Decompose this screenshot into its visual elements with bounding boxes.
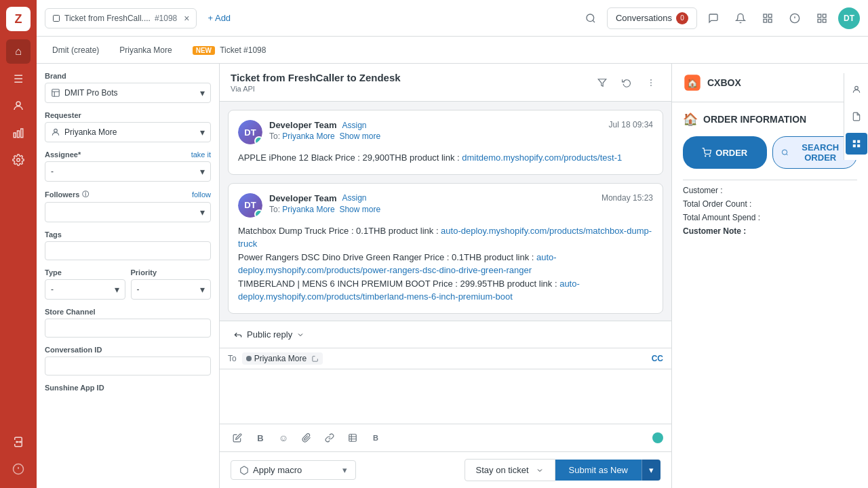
svg-rect-31 xyxy=(857,140,860,143)
content-area: Brand DMIT Pro Bots ▾ Requester Priyanka… xyxy=(37,64,868,488)
customer-field: Customer : xyxy=(683,186,857,195)
svg-point-28 xyxy=(782,150,787,155)
nav-reports[interactable] xyxy=(6,121,31,145)
svg-rect-15 xyxy=(823,14,826,18)
message-card-2: DT Developer Team Assign To: Priyanka Mo… xyxy=(228,183,663,314)
order-info-title: 🏠 ORDER INFORMATION xyxy=(683,112,857,127)
macro-button[interactable]: Apply macro ▾ xyxy=(231,460,356,480)
add-tab-button[interactable]: + Add xyxy=(202,10,236,26)
user-icon-strip-button[interactable] xyxy=(846,79,867,100)
nav-home[interactable]: ⌂ xyxy=(6,39,31,64)
tab-close-icon[interactable]: × xyxy=(184,13,189,24)
submit-button[interactable]: Submit as New xyxy=(555,460,642,481)
product-link-1[interactable]: dmitdemo.myshopify.com/products/test-1 xyxy=(462,152,622,163)
format-link-button[interactable] xyxy=(320,428,339,447)
svg-point-29 xyxy=(854,86,858,89)
svg-rect-23 xyxy=(349,434,357,442)
svg-rect-11 xyxy=(764,19,767,22)
message-meta-1: Developer Team Assign To: Priyanka More … xyxy=(269,120,602,141)
top-bar-actions: Conversations 0 DT xyxy=(580,7,860,29)
conversations-button[interactable]: Conversations 0 xyxy=(607,7,697,29)
format-edit-button[interactable] xyxy=(228,428,247,447)
svg-point-8 xyxy=(587,14,594,22)
store-channel-input[interactable] xyxy=(45,319,211,338)
conversation-id-input[interactable] xyxy=(45,357,211,375)
user-avatar[interactable]: DT xyxy=(838,7,860,29)
grid-icon-button[interactable] xyxy=(757,7,778,29)
nav-bottom-icon[interactable] xyxy=(6,457,31,481)
format-emoji-button[interactable]: ☺ xyxy=(274,428,293,447)
brand-select[interactable]: DMIT Pro Bots ▾ xyxy=(45,83,211,103)
type-select[interactable]: - ▾ xyxy=(45,279,125,300)
ticket-main: Ticket from FreshCaller to Zendesk Via A… xyxy=(220,64,671,488)
breadcrumb-dmit[interactable]: Dmit (create) xyxy=(45,42,106,58)
nav-integrations[interactable] xyxy=(6,430,31,454)
apps-icon-button[interactable] xyxy=(811,7,833,29)
more-options-button[interactable] xyxy=(642,73,660,92)
message-to-2: To: Priyanka More Show more xyxy=(269,205,595,214)
followers-select[interactable]: ▾ xyxy=(45,202,211,222)
message-avatar-2: DT xyxy=(238,193,262,218)
breadcrumb-bar: Dmit (create) Priyanka More NEW Ticket #… xyxy=(37,37,868,64)
filter-icon-button[interactable] xyxy=(593,73,612,92)
svg-rect-2 xyxy=(18,131,20,138)
svg-point-19 xyxy=(54,129,58,132)
submit-group: Submit as New ▾ xyxy=(555,460,660,481)
avatar-badge-1 xyxy=(254,136,262,144)
svg-rect-9 xyxy=(764,14,767,18)
nav-tickets[interactable]: ☰ xyxy=(6,66,31,91)
recipient-chip: Priyanka More xyxy=(242,352,323,365)
breadcrumb-priyanka[interactable]: Priyanka More xyxy=(112,42,179,58)
format-bold-button[interactable]: B xyxy=(251,428,270,447)
requester-select[interactable]: Priyanka More ▾ xyxy=(45,122,211,142)
messages-area: DT Developer Team Assign To: Priyanka Mo… xyxy=(220,102,671,321)
top-bar: Ticket from FreshCall.... #1098 × + Add … xyxy=(37,0,868,37)
ticket-tab[interactable]: Ticket from FreshCall.... #1098 × xyxy=(45,8,197,28)
reply-type-button[interactable]: Public reply xyxy=(228,327,310,342)
doc-icon-strip-button[interactable] xyxy=(846,106,867,127)
history-icon-button[interactable] xyxy=(617,73,636,92)
message-assign-link-1[interactable]: Assign xyxy=(342,121,366,130)
breadcrumb-ticket[interactable]: NEW Ticket #1098 xyxy=(185,42,274,58)
take-it-link[interactable]: take it xyxy=(191,150,211,159)
message-to-user-1[interactable]: Priyanka More xyxy=(282,131,334,141)
message-assign-link-2[interactable]: Assign xyxy=(342,193,366,203)
grid2-icon-button[interactable] xyxy=(784,7,806,29)
format-table-button[interactable] xyxy=(343,428,362,447)
svg-point-20 xyxy=(650,79,652,81)
message-sender-1: Developer Team xyxy=(269,120,336,130)
nav-users[interactable] xyxy=(6,94,31,118)
green-status-dot xyxy=(652,432,663,443)
app-logo[interactable]: Z xyxy=(6,7,31,31)
grid-icon-strip-button[interactable] xyxy=(846,133,867,155)
search-button[interactable] xyxy=(580,7,601,29)
followers-info-icon[interactable]: ⓘ xyxy=(82,190,89,199)
cc-button[interactable]: CC xyxy=(652,354,663,363)
svg-rect-17 xyxy=(823,19,826,22)
avatar-badge-2 xyxy=(254,209,262,218)
message-time-1: Jul 18 09:34 xyxy=(609,120,653,129)
svg-rect-32 xyxy=(852,144,855,147)
message-sender-2: Developer Team xyxy=(269,193,336,203)
message-to-user-2[interactable]: Priyanka More xyxy=(282,205,334,214)
stay-on-ticket-button[interactable]: Stay on ticket xyxy=(465,459,555,481)
follow-link[interactable]: follow xyxy=(192,190,211,199)
bell-icon-button[interactable] xyxy=(730,7,751,29)
submit-dropdown-button[interactable]: ▾ xyxy=(642,460,660,481)
show-more-1[interactable]: Show more xyxy=(339,131,380,141)
reply-editor[interactable] xyxy=(220,369,671,424)
tags-input[interactable] xyxy=(45,241,211,260)
chat-icon-button[interactable] xyxy=(703,7,724,29)
priority-select[interactable]: - ▾ xyxy=(131,279,212,300)
store-channel-label: Store Channel xyxy=(45,308,211,316)
show-more-2[interactable]: Show more xyxy=(339,205,380,214)
message-to-1: To: Priyanka More Show more xyxy=(269,131,602,141)
assignee-select[interactable]: - ▾ xyxy=(45,161,211,182)
right-panel-header: 🏠 CXBOX xyxy=(672,64,868,102)
order-button[interactable]: ORDER xyxy=(683,136,767,169)
svg-point-21 xyxy=(650,82,652,83)
format-code-button[interactable]: B xyxy=(366,428,385,447)
message-meta-2: Developer Team Assign To: Priyanka More … xyxy=(269,193,595,214)
nav-settings[interactable] xyxy=(6,148,31,172)
format-attach-button[interactable] xyxy=(297,428,316,447)
